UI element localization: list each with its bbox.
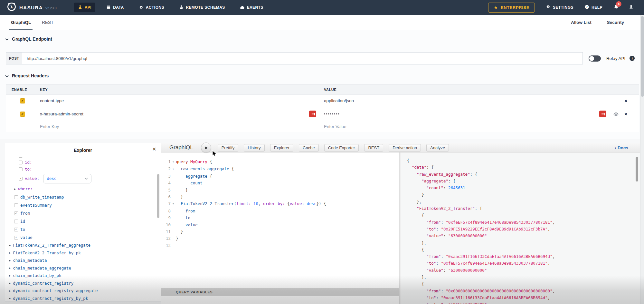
query-line-3: 3 aggregate { — [161, 173, 399, 180]
checkbox[interactable] — [19, 157, 23, 158]
checkbox[interactable] — [14, 195, 18, 199]
hasura-logo-icon: λ — [6, 2, 17, 13]
explorer-expand-where[interactable]: ▶where: — [5, 184, 161, 193]
window-scrollbar-thumb[interactable] — [641, 16, 644, 97]
response-scrollbar[interactable] — [636, 157, 638, 181]
toolbar-button-explorer[interactable]: Explorer — [270, 144, 293, 152]
info-icon[interactable]: i — [630, 56, 635, 61]
value-input[interactable]: Enter Value — [324, 124, 346, 129]
response-line-15: "from": "0xaac391f166f33CdaEfaa4AfA6616A… — [407, 253, 640, 260]
nav-item-remote-schemas[interactable]: REMOTE SCHEMAS — [175, 3, 229, 12]
query-line-7: 7▾ FiatTokenV2_2_Transfer(limit: 10, ord… — [161, 200, 399, 207]
query-editor[interactable]: 1▾query MyQuery {2▾ raw_events_aggregate… — [161, 152, 399, 304]
field-label: eventsSummary — [20, 203, 52, 208]
key-input[interactable]: Enter Key — [40, 124, 59, 129]
nav-item-api[interactable]: API — [74, 3, 96, 12]
arg-label: where: — [18, 186, 33, 191]
toolbar-button-analyze[interactable]: Analyze — [426, 144, 449, 152]
password-manager-icon[interactable] — [599, 111, 606, 117]
field-label: value — [20, 235, 33, 240]
settings-button[interactable]: SETTINGS — [546, 5, 573, 10]
explorer-root-chain_metadata_aggregate[interactable]: ▶chain_metadata_aggregate — [5, 264, 161, 272]
toolbar-button-cache[interactable]: Cache — [299, 144, 319, 152]
explorer-root-dynamic_contract_registry[interactable]: ▶dynamic_contract_registry — [5, 279, 161, 287]
graphiql-toolbar: GraphiQL ▶ PrettifyHistoryExplorerCacheC… — [161, 143, 640, 152]
explorer-field-value[interactable]: ✓value — [5, 233, 161, 241]
svg-text:?: ? — [586, 5, 588, 9]
fold-arrow-icon[interactable]: ▾ — [171, 200, 176, 207]
toolbar-button-history[interactable]: History — [244, 144, 264, 152]
toolbar-button-rest[interactable]: REST — [364, 144, 383, 152]
close-icon[interactable]: × — [152, 146, 156, 152]
tab-rest[interactable]: REST — [41, 15, 54, 30]
header-key-input[interactable]: content-type — [40, 98, 64, 103]
tab-graphiql[interactable]: GraphiQL — [10, 15, 32, 30]
reveal-secret-eye-icon[interactable] — [613, 112, 619, 116]
nav-item-data[interactable]: DATA — [102, 3, 128, 12]
checkbox[interactable]: ✓ — [14, 236, 18, 240]
explorer-field-db_write_timestamp[interactable]: db_write_timestamp — [5, 193, 161, 201]
nav-item-actions[interactable]: ACTIONS — [135, 3, 168, 13]
checkbox[interactable] — [19, 167, 23, 171]
column-header-value: VALUE — [321, 88, 639, 92]
field-label: from — [20, 211, 30, 216]
explorer-arg-value[interactable]: ✓value:desc — [5, 172, 161, 184]
query-variables-bar[interactable]: QUERY VARIABLES — [161, 288, 399, 296]
explorer-panel: Explorer × id:to:✓value:desc▶where:db_wr… — [5, 143, 161, 301]
query-variables-editor[interactable] — [161, 297, 399, 304]
notifications-button[interactable]: 9 — [613, 4, 619, 11]
relay-api-toggle[interactable] — [589, 55, 601, 62]
toolbar-button-derive-action[interactable]: Derive action — [389, 144, 421, 152]
help-button[interactable]: ? HELP — [584, 5, 602, 10]
checkbox[interactable]: ✓ — [19, 177, 23, 181]
explorer-arg-to[interactable]: to: — [5, 166, 161, 172]
response-line-12: "value": "63000000000000" — [407, 232, 640, 239]
link-allow-list[interactable]: Allow List — [571, 20, 592, 25]
window-scrollbar[interactable] — [640, 15, 644, 304]
endpoint-url-input[interactable] — [22, 52, 583, 64]
column-header-key: KEY — [34, 88, 321, 92]
fold-arrow-icon[interactable]: ▾ — [171, 165, 176, 172]
explorer-root-FiatTokenV2_2_Transfer_by_pk[interactable]: ▶FiatTokenV2_2_Transfer_by_pk — [5, 249, 161, 257]
explorer-field-from[interactable]: ✓from — [5, 209, 161, 217]
explorer-field-eventsSummary[interactable]: eventsSummary — [5, 201, 161, 209]
nav-item-label: API — [85, 5, 92, 10]
enterprise-button[interactable]: ★ ENTERPRISE — [488, 3, 535, 13]
header-value-input[interactable]: •••••••• — [324, 112, 340, 116]
request-headers-section-toggle[interactable]: Request Headers — [5, 73, 49, 79]
request-headers-table: ENABLEKEYVALUE ✓content-typeapplication/… — [6, 84, 639, 132]
graphql-endpoint-section-toggle[interactable]: GraphQL Endpoint — [5, 36, 52, 42]
remove-header-icon[interactable]: × — [624, 98, 627, 103]
explorer-root-chain_metadata[interactable]: ▶chain_metadata — [5, 257, 161, 264]
explorer-root-dynamic_contract_registry_aggregate[interactable]: ▶dynamic_contract_registry_aggregate — [5, 287, 161, 295]
checkbox[interactable]: ✓ — [14, 228, 18, 231]
order-direction-select[interactable]: desc — [43, 174, 91, 183]
explorer-header: Explorer × — [5, 143, 161, 157]
explorer-root-FiatTokenV2_2_Transfer_aggregate[interactable]: ▶FiatTokenV2_2_Transfer_aggregate — [5, 241, 161, 249]
checkbox[interactable] — [14, 203, 18, 207]
checkbox[interactable]: ✓ — [14, 211, 18, 215]
explorer-field-to[interactable]: ✓to — [5, 225, 161, 233]
checkbox[interactable] — [14, 220, 18, 223]
user-menu-button[interactable] — [629, 4, 634, 11]
explorer-arg-id[interactable]: id: — [5, 159, 161, 166]
checkbox[interactable] — [19, 161, 23, 164]
explorer-root-dynamic_contract_registry_by_pk[interactable]: ▶dynamic_contract_registry_by_pk — [5, 295, 161, 301]
enable-checkbox[interactable]: ✓ — [20, 98, 25, 103]
toolbar-button-prettify[interactable]: Prettify — [218, 144, 238, 152]
header-value-input[interactable]: application/json — [324, 98, 354, 103]
enable-checkbox[interactable]: ✓ — [20, 112, 25, 117]
nav-item-events[interactable]: EVENTS — [236, 3, 267, 13]
password-manager-icon[interactable] — [309, 111, 316, 117]
hasura-brand[interactable]: λ HASURA v2.23.0 — [6, 2, 57, 13]
explorer-field-id[interactable]: id — [5, 217, 161, 225]
link-security[interactable]: Security — [607, 20, 624, 25]
fold-arrow-icon[interactable]: ▾ — [171, 158, 176, 165]
execute-query-button[interactable]: ▶ — [201, 142, 211, 153]
explorer-scrollbar[interactable] — [157, 174, 159, 218]
toolbar-button-code-exporter[interactable]: Code Exporter — [324, 144, 359, 152]
explorer-root-chain_metadata_by_pk[interactable]: ▶chain_metadata_by_pk — [5, 272, 161, 279]
docs-link[interactable]: ‹Docs — [615, 145, 628, 150]
remove-header-icon[interactable]: × — [624, 112, 627, 116]
header-key-input[interactable]: x-hasura-admin-secret — [40, 112, 83, 116]
